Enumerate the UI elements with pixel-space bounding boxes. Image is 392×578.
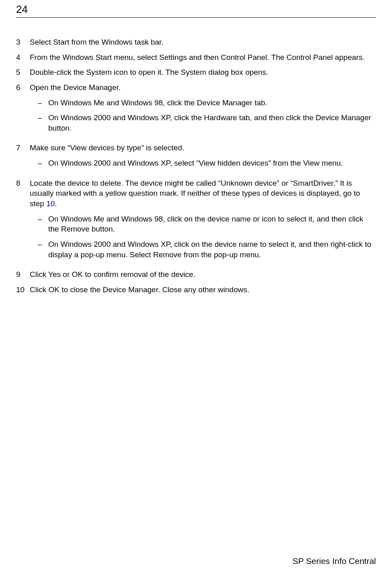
step-number: 5 (16, 67, 30, 78)
step-item: 8Locate the device to delete. The device… (16, 178, 376, 264)
instruction-steps: 3Select Start from the Windows task bar.… (16, 37, 376, 295)
step-text-suffix: . (55, 199, 57, 208)
step-number: 8 (16, 178, 30, 264)
sub-step-item: –On Windows Me and Windows 98, click the… (30, 98, 376, 108)
sub-step-list: –On Windows Me and Windows 98, click the… (30, 98, 376, 133)
step-text: Click OK to close the Device Manager. Cl… (30, 285, 376, 295)
step-item: 6Open the Device Manager.–On Windows Me … (16, 82, 376, 138)
step-body: Select Start from the Windows task bar. (30, 37, 376, 47)
step-item: 5Double-click the System icon to open it… (16, 67, 376, 78)
sub-step-text: On Windows 2000 and Windows XP, click th… (48, 113, 376, 133)
sub-step-dash: – (38, 214, 48, 234)
sub-step-text: On Windows Me and Windows 98, click on t… (48, 214, 376, 234)
sub-step-item: –On Windows 2000 and Windows XP, click o… (30, 239, 376, 260)
step-text-prefix: Locate the device to delete. The device … (30, 179, 360, 208)
step-text: Double-click the System icon to open it.… (30, 67, 376, 78)
sub-step-item: –On Windows 2000 and Windows XP, select … (30, 158, 376, 168)
sub-step-item: –On Windows Me and Windows 98, click on … (30, 214, 376, 234)
step-number: 6 (16, 82, 30, 138)
step-item: 10Click OK to close the Device Manager. … (16, 285, 376, 295)
sub-step-list: –On Windows Me and Windows 98, click on … (30, 214, 376, 260)
sub-step-text: On Windows Me and Windows 98, click the … (48, 98, 376, 108)
step-body: Make sure “View devices by type” is sele… (30, 143, 376, 173)
footer-text: SP Series Info Central (293, 556, 376, 566)
sub-step-text: On Windows 2000 and Windows XP, click on… (48, 239, 376, 260)
header-divider (16, 17, 376, 18)
step-body: Double-click the System icon to open it.… (30, 67, 376, 78)
sub-step-text: On Windows 2000 and Windows XP, select “… (48, 158, 376, 168)
step-text: Make sure “View devices by type” is sele… (30, 143, 376, 153)
step-item: 4From the Windows Start menu, select Set… (16, 52, 376, 63)
step-body: Locate the device to delete. The device … (30, 178, 376, 264)
sub-step-list: –On Windows 2000 and Windows XP, select … (30, 158, 376, 168)
step-number: 7 (16, 143, 30, 173)
step-item: 7Make sure “View devices by type” is sel… (16, 143, 376, 173)
sub-step-dash: – (38, 158, 48, 168)
step-item: 9Click Yes or OK to confirm removal of t… (16, 269, 376, 280)
sub-step-dash: – (38, 239, 48, 260)
sub-step-item: –On Windows 2000 and Windows XP, click t… (30, 113, 376, 133)
sub-step-dash: – (38, 113, 48, 133)
step-text: From the Windows Start menu, select Sett… (30, 52, 376, 63)
step-body: Open the Device Manager.–On Windows Me a… (30, 82, 376, 138)
step-number: 10 (16, 285, 30, 295)
step-text: Click Yes or OK to confirm removal of th… (30, 269, 376, 280)
step-number: 3 (16, 37, 30, 47)
step-text: Open the Device Manager. (30, 82, 376, 93)
step-number: 9 (16, 269, 30, 280)
step-item: 3Select Start from the Windows task bar. (16, 37, 376, 47)
step-text: Locate the device to delete. The device … (30, 178, 376, 209)
step-body: Click OK to close the Device Manager. Cl… (30, 285, 376, 295)
step-body: Click Yes or OK to confirm removal of th… (30, 269, 376, 280)
step-body: From the Windows Start menu, select Sett… (30, 52, 376, 63)
page-number: 24 (16, 0, 376, 17)
step-number: 4 (16, 52, 30, 63)
step-text: Select Start from the Windows task bar. (30, 37, 376, 47)
step-crossref-link[interactable]: 10 (46, 199, 55, 208)
sub-step-dash: – (38, 98, 48, 108)
